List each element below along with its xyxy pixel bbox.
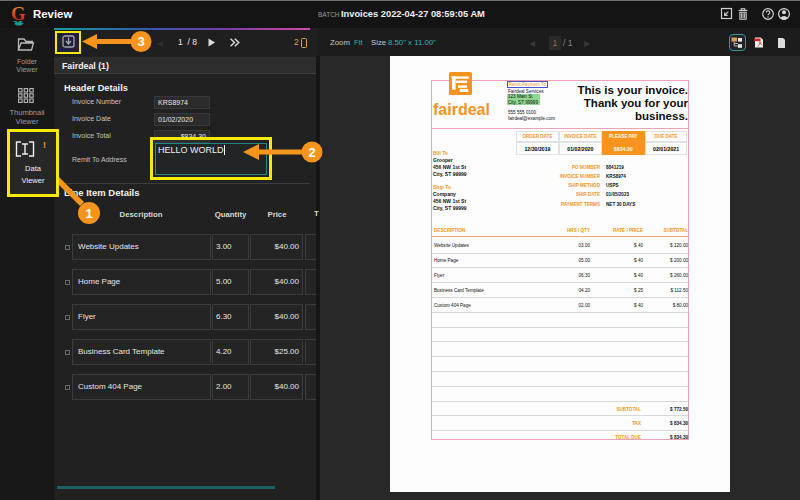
svg-text:G: G (11, 4, 25, 24)
